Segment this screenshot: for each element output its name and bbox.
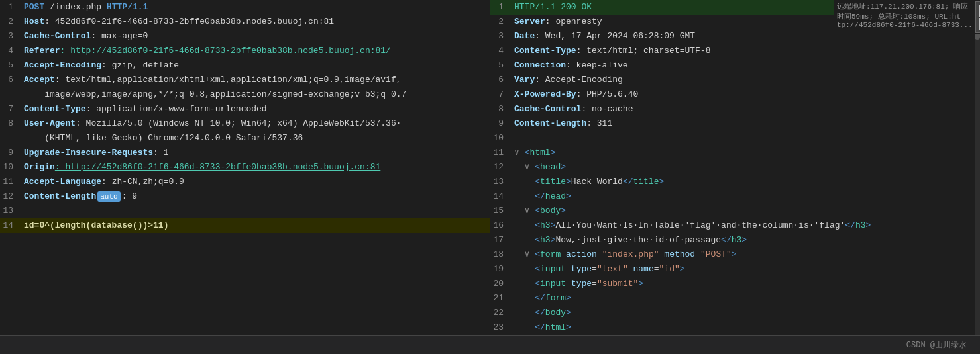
table-row: 17 <h3>Now,·just·give·the·id·of·passage<… (490, 233, 980, 247)
table-row: 4Content-Type: text/html; charset=UTF-8 (490, 44, 980, 58)
right-info-panel: 远端地址:117.21.200.176:81; 响应 时间59ms; 总耗时:1… (834, 0, 980, 34)
table-row: 3Cache-Control: max-age=0 (0, 29, 490, 44)
table-row: 24Error·Ocurred·When·Fetch·Result. (490, 335, 980, 335)
line-content: Content-Type: text/html; charset=UTF-8 (512, 44, 980, 58)
line-number: 3 (0, 30, 21, 43)
line-number: 7 (0, 103, 21, 116)
line-content: Origin: http://452d86f0-21f6-466d-8733-2… (21, 161, 490, 174)
line-content: <title>Hack World</title> (512, 175, 980, 189)
line-number: 4 (0, 44, 21, 58)
line-content: image/webp,image/apng,*/*;q=0.8,applicat… (21, 88, 490, 101)
table-row: 21 </form> (490, 291, 980, 306)
table-row: 12 ∨ <head> (490, 160, 980, 175)
table-row: image/webp,image/apng,*/*;q=0.8,applicat… (0, 87, 490, 102)
line-number: 22 (490, 306, 512, 320)
line-number: 15 (490, 204, 512, 218)
line-number: 20 (490, 277, 512, 290)
line-content: ∨ <form action="index.php" method="POST"… (512, 248, 980, 261)
line-number: 1 (490, 1, 512, 14)
line-content: Cache-Control: no-cache (512, 103, 980, 116)
info-line-3: tp://452d86f0-21f6-466d-8733... (837, 21, 973, 29)
line-number: 23 (490, 321, 512, 334)
table-row: 9Upgrade-Insecure-Requests: 1 (0, 146, 490, 160)
line-content: X-Powered-By: PHP/5.6.40 (512, 88, 980, 101)
line-number: 14 (0, 219, 21, 232)
line-number: 3 (490, 30, 512, 43)
badge-auto: auto (97, 191, 120, 202)
line-number: 12 (490, 161, 512, 174)
line-number: 2 (490, 15, 512, 28)
line-content: <h3>Now,·just·give·the·id·of·passage</h3… (512, 234, 980, 247)
line-number: 10 (0, 161, 21, 174)
table-row: 13 <title>Hack World</title> (490, 175, 980, 189)
qr-icon (978, 4, 980, 30)
line-content: Host: 452d86f0-21f6-466d-8733-2bffe0bab3… (21, 15, 490, 28)
line-content: Content-Lengthauto: 9 (21, 190, 490, 203)
info-line-2: 时间59ms; 总耗时:108ms; URL:ht (837, 11, 973, 21)
right-code-area[interactable]: 1HTTP/1.1 200 OK2Server: openresty3Date:… (490, 0, 980, 335)
line-number: 18 (490, 248, 512, 261)
line-content: ∨ <html> (512, 146, 980, 159)
table-row: 1POST /index.php HTTP/1.1 (0, 0, 490, 15)
footer: CSDN @山川绿水 (0, 335, 980, 354)
table-row: 6Accept: text/html,application/xhtml+xml… (0, 73, 490, 87)
line-number: 8 (0, 117, 21, 130)
line-content: <input type="submit"> (512, 277, 980, 290)
table-row: 13 (0, 204, 490, 218)
line-number: 7 (490, 88, 512, 101)
table-row: 4Referer: http://452d86f0-21f6-466d-8733… (0, 44, 490, 58)
line-content: <h3>All·You·Want·Is·In·Table·'flag'·and·… (512, 219, 980, 232)
line-content: Content-Type: application/x-www-form-url… (21, 103, 490, 116)
line-number: 13 (490, 175, 512, 189)
table-row: 14 </head> (490, 189, 980, 204)
line-content: <input type="text" name="id"> (512, 263, 980, 276)
line-content: Upgrade-Insecure-Requests: 1 (21, 146, 490, 159)
table-row: 14id=0^(length(database())>11) (0, 218, 490, 233)
line-number: 14 (490, 190, 512, 203)
line-content: </body> (512, 306, 980, 320)
left-code-area[interactable]: 1POST /index.php HTTP/1.12Host: 452d86f0… (0, 0, 490, 335)
right-panel-wrapper: 1HTTP/1.1 200 OK2Server: openresty3Date:… (490, 0, 980, 335)
line-content: POST /index.php HTTP/1.1 (21, 1, 490, 14)
table-row: 11Accept-Language: zh-CN,zh;q=0.9 (0, 175, 490, 189)
table-row: 15 ∨ <body> (490, 204, 980, 218)
line-content: </head> (512, 190, 980, 203)
brand-label: CSDN @山川绿水 (906, 339, 967, 351)
line-number: 8 (490, 103, 512, 116)
left-panel: 1POST /index.php HTTP/1.12Host: 452d86f0… (0, 0, 490, 335)
line-number: 4 (490, 44, 512, 58)
line-number: 6 (0, 73, 21, 87)
table-row: 8Cache-Control: no-cache (490, 102, 980, 116)
line-content: Content-Length: 311 (512, 117, 980, 130)
line-content: Referer: http://452d86f0-21f6-466d-8733-… (21, 44, 490, 58)
line-number: 11 (0, 175, 21, 189)
line-number: 11 (490, 146, 512, 159)
line-number: 10 (490, 132, 512, 145)
line-number: 13 (0, 204, 21, 218)
line-number: 21 (490, 292, 512, 305)
table-row: 9Content-Length: 311 (490, 116, 980, 131)
table-row: 7Content-Type: application/x-www-form-ur… (0, 102, 490, 116)
line-content: Cache-Control: max-age=0 (21, 30, 490, 43)
table-row: 22 </body> (490, 306, 980, 320)
line-number: 19 (490, 263, 512, 276)
line-content: </form> (512, 292, 980, 305)
line-content: </html> (512, 321, 980, 334)
line-content: id=0^(length(database())>11) (21, 219, 490, 232)
line-content: Accept-Language: zh-CN,zh;q=0.9 (21, 175, 490, 189)
table-row: 10 (490, 131, 980, 146)
table-row: 6Vary: Accept-Encoding (490, 73, 980, 87)
scrollbar-track[interactable] (975, 0, 980, 335)
table-row: 16 <h3>All·You·Want·Is·In·Table·'flag'·a… (490, 218, 980, 233)
info-line-1: 远端地址:117.21.200.176:81; 响应 (837, 1, 973, 11)
line-content: User-Agent: Mozilla/5.0 (Windows NT 10.0… (21, 117, 490, 130)
table-row: 5Connection: keep-alive (490, 58, 980, 73)
line-number: 6 (490, 73, 512, 87)
table-row: 7X-Powered-By: PHP/5.6.40 (490, 87, 980, 102)
line-number: 5 (490, 59, 512, 72)
line-content: (KHTML, like Gecko) Chrome/124.0.0.0 Saf… (21, 132, 490, 145)
table-row: 5Accept-Encoding: gzip, deflate (0, 58, 490, 73)
line-number: 9 (490, 117, 512, 130)
main-container: 1POST /index.php HTTP/1.12Host: 452d86f0… (0, 0, 980, 335)
table-row: 12Content-Lengthauto: 9 (0, 189, 490, 204)
